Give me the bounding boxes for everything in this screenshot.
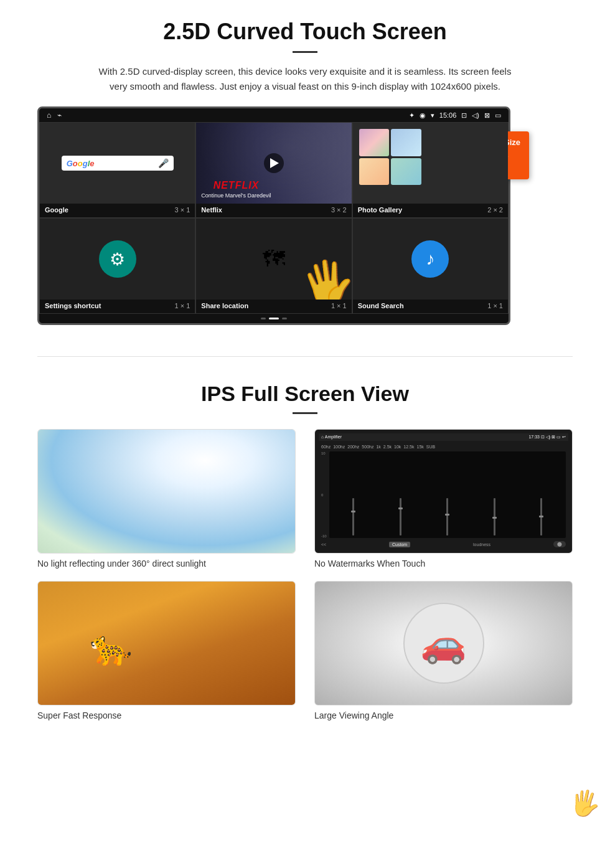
netflix-visual: NETFLIX Continue Marvel's Daredevil: [196, 123, 351, 204]
feature-sunlight: No light reflecting under 360° direct su…: [37, 429, 296, 568]
eq-bar-4: [472, 498, 516, 535]
gallery-thumb-4: [391, 158, 421, 186]
wifi-icon: ▾: [431, 111, 434, 120]
amp-freq-500: 500hz: [362, 445, 373, 449]
section1-description: With 2.5D curved-display screen, this de…: [93, 64, 517, 94]
settings-app-size: 1 × 1: [175, 302, 190, 309]
device-mockup: Screen Size 9" ⌂ ⌁ ✦ ◉ ▾ 15:06 ⊡ ◁) ⊠: [37, 106, 510, 325]
google-search-bar[interactable]: Google 🎤: [62, 156, 174, 171]
amplifier-ui: ⌂ Amplifier 17:33 ⊡ ◁) ⊠ ▭ ↩ 60hz 100hz …: [315, 430, 572, 553]
eq-slider-5[interactable]: [540, 498, 542, 535]
gallery-app-cell[interactable]: Photo Gallery 2 × 2: [352, 122, 509, 218]
amp-loudness-toggle[interactable]: ⬤: [553, 541, 566, 547]
eq-handle-1: [351, 511, 355, 512]
amp-home-icon: ⌂ Amplifier: [321, 435, 342, 440]
feature-label-sunlight: No light reflecting under 360° direct su…: [37, 559, 296, 568]
gallery-thumb-1: [359, 129, 390, 156]
gallery-thumb-2: [391, 129, 421, 156]
eq-bar-5: [520, 498, 563, 535]
eq-slider-4[interactable]: [494, 498, 495, 535]
amp-freq-200: 200hz: [347, 445, 359, 449]
amp-freq-10k: 10k: [394, 445, 401, 449]
google-app-cell[interactable]: Google 🎤 Google 3 × 1: [39, 122, 195, 218]
page-dot-2: [269, 318, 279, 319]
eq-bars-container: [329, 451, 566, 538]
hand-pointer: 🖐: [296, 253, 351, 300]
device-screen: ⌂ ⌁ ✦ ◉ ▾ 15:06 ⊡ ◁) ⊠ ▭: [37, 106, 510, 325]
sunlight-photo: [38, 430, 295, 553]
sound-visual: ♪: [353, 219, 508, 300]
share-location-app-cell[interactable]: 🗺 🖐 Share location 1 × 1: [195, 218, 352, 314]
amp-loudness-label: loudness: [473, 542, 490, 547]
amp-eq-area: 10 0 -10: [319, 450, 568, 539]
section1-title: 2.5D Curved Touch Screen: [37, 19, 573, 45]
car-top-view-icon: 🚗: [420, 621, 467, 666]
amp-db-labels: 10 0 -10: [321, 451, 328, 538]
amp-freq-1k: 1k: [376, 445, 380, 449]
section-ips-screen: IPS Full Screen View No light reflecting…: [0, 375, 610, 733]
netflix-label: Netflix 3 × 2: [196, 204, 351, 217]
feature-img-amplifier: ⌂ Amplifier 17:33 ⊡ ◁) ⊠ ▭ ↩ 60hz 100hz …: [314, 429, 573, 554]
google-label: Google 3 × 1: [40, 204, 195, 217]
settings-app-cell[interactable]: ⚙ Settings shortcut 1 × 1: [39, 218, 195, 314]
eq-bar-2: [378, 498, 422, 535]
amp-back-button[interactable]: <<: [321, 542, 326, 547]
car-oval: 🚗: [403, 603, 484, 684]
share-app-size: 1 × 1: [331, 302, 347, 309]
sound-search-app-cell[interactable]: ♪ Sound Search 1 × 1: [352, 218, 509, 314]
play-triangle: [270, 158, 279, 168]
settings-icon-circle: ⚙: [99, 240, 136, 278]
amp-freq-60: 60hz: [321, 445, 331, 449]
gallery-label: Photo Gallery 2 × 2: [353, 204, 508, 217]
feature-grid: No light reflecting under 360° direct su…: [37, 429, 573, 720]
gallery-app-size: 2 × 2: [487, 206, 503, 214]
netflix-app-cell[interactable]: NETFLIX Continue Marvel's Daredevil Netf…: [195, 122, 352, 218]
page-dot-3: [282, 318, 287, 319]
eq-handle-3: [445, 514, 449, 516]
netflix-logo: NETFLIX: [201, 180, 271, 191]
amp-db-10: 10: [321, 451, 327, 455]
amp-controls: << Custom loudness ⬤: [319, 539, 568, 549]
amp-db-0: 0: [321, 493, 327, 497]
feature-img-sunlight: [37, 429, 296, 554]
section2-underline: [293, 412, 317, 414]
cheetah-photo: 🐆: [38, 582, 295, 705]
status-bar-left: ⌂ ⌁: [47, 111, 62, 120]
title-underline: [293, 51, 317, 53]
eq-slider-2[interactable]: [400, 498, 401, 535]
netflix-subtitle: Continue Marvel's Daredevil: [201, 192, 271, 199]
netflix-play-button[interactable]: [264, 153, 284, 173]
feature-img-car: 🚗: [314, 581, 573, 705]
bluetooth-icon: ✦: [409, 111, 415, 120]
feature-fast-response: 🐆 Super Fast Response: [37, 581, 296, 720]
feature-label-fast: Super Fast Response: [37, 710, 296, 720]
amp-custom-button[interactable]: Custom: [389, 542, 410, 547]
settings-app-name: Settings shortcut: [45, 302, 101, 309]
section2-title: IPS Full Screen View: [37, 382, 573, 406]
section-curved-screen: 2.5D Curved Touch Screen With 2.5D curve…: [0, 0, 610, 337]
google-logo: Google: [67, 159, 95, 168]
sound-app-name: Sound Search: [358, 302, 404, 309]
sound-label: Sound Search 1 × 1: [353, 300, 508, 313]
feature-watermarks: ⌂ Amplifier 17:33 ⊡ ◁) ⊠ ▭ ↩ 60hz 100hz …: [314, 429, 573, 568]
gallery-visual: [353, 123, 508, 204]
gear-icon: ⚙: [110, 249, 125, 270]
google-app-size: 3 × 1: [175, 206, 190, 214]
cheetah-icon: 🐆: [90, 628, 133, 668]
eq-handle-4: [492, 517, 497, 519]
eq-slider-3[interactable]: [446, 498, 448, 535]
eq-slider-1[interactable]: [352, 498, 354, 535]
music-note-icon: ♪: [426, 249, 434, 269]
camera-icon: ⊡: [461, 111, 467, 120]
amp-freq-12k: 12.5k: [403, 445, 414, 449]
feature-label-watermarks: No Watermarks When Touch: [314, 559, 573, 568]
share-label: Share location 1 × 1: [196, 300, 351, 313]
amp-freq-2k: 2.5k: [383, 445, 392, 449]
google-app-name: Google: [45, 206, 68, 214]
sound-icon-circle: ♪: [411, 240, 449, 278]
mic-icon[interactable]: 🎤: [158, 158, 169, 168]
x-icon: ⊠: [484, 111, 490, 120]
amp-time: 17:33 ⊡ ◁) ⊠ ▭ ↩: [528, 435, 566, 440]
usb-icon: ⌁: [57, 111, 62, 120]
page-dots: [39, 314, 509, 323]
